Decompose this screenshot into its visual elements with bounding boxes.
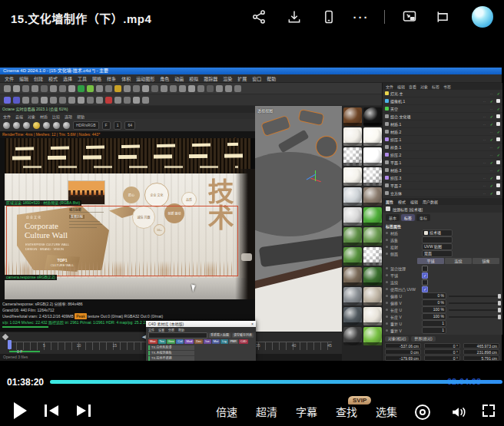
object-type-icon [385,137,389,141]
checkbox [422,279,428,286]
toolbar-icon [225,85,232,92]
category-chip: Max [148,339,158,344]
attr-check-row: 使用凹凸 UVW ✓ [383,286,502,292]
render-region-selection [6,206,238,276]
object-row: 摄像机.1 ·· ✓ [383,97,502,105]
play-button[interactable] [14,402,27,419]
c4d-menu-item: 窗口 [252,75,261,82]
send-to-phone-icon[interactable] [320,8,337,25]
max-samples-field: 64 [124,121,135,130]
attr-check-row: 连续 [383,279,502,286]
toolbar-icon [105,97,112,104]
octane-menu-item: 对象 [28,114,35,119]
asset-window-titlebar: C4D 素材库 (本地版) × [146,321,256,327]
toolbar-icon [78,85,85,92]
asset-menu-item: 分类 [168,328,174,332]
mini-window-icon[interactable] [435,8,452,25]
object-row: 天空 ·· ✓ [383,105,502,113]
attr-number-row: 重复 U 1 [383,320,502,327]
toolbar-icon [133,85,140,92]
object-name: 立方体 [390,190,482,196]
share-icon[interactable] [250,8,267,25]
object-name: 挤压.1 [390,137,482,142]
object-type-icon [385,183,389,187]
picture-in-picture-icon[interactable] [401,8,418,25]
coordinate-field: 0 ° [424,355,460,361]
toolbar-icon [161,85,167,92]
toolbar-icon [188,85,195,92]
object-name: 挤压.3 [390,175,482,180]
texture-tag-chip [496,160,500,164]
attr-row-selection: 选集 [383,236,502,243]
attribute-object-name: 纹理标签 [技术墙] [383,205,502,213]
octane-tool-icon [3,122,10,129]
quality-button[interactable]: 超清 [256,404,277,419]
asset-list-item: TX-拉丝不锈钢 [148,356,194,361]
wall-circle: 企业 文化 [144,183,169,207]
c4d-menu-item: 文件 [5,75,14,82]
video-title: 15.文化墙制作（下）.mp4 [11,10,151,26]
c4d-menu-item: 编辑 [19,75,28,82]
download-icon[interactable] [286,8,303,25]
asset-search-row: 重新载入贴图 清空缓存列表 [146,332,256,338]
texture-tag-chip [496,183,500,187]
c4d-menu-item: 跟踪器 [204,75,217,82]
progress-bar[interactable] [50,380,502,384]
c4d-menu-item: 模拟 [189,75,198,82]
toolbar-icon [197,85,204,92]
object-name: 材质.1 [390,121,482,127]
material-thumbnail [363,207,382,226]
object-type-icon [385,176,389,180]
object-row: 挤压.2 ·· ✓ [383,151,502,159]
photo-skyline [68,190,104,196]
speed-button[interactable]: 倍速 [216,404,237,419]
toolbar-icon [32,85,38,92]
material-thumbnail [343,187,362,206]
layer-dots: ·· [490,130,496,134]
object-type-icon [385,191,389,195]
fullscreen-icon[interactable] [482,405,495,417]
octane-tool-icon [13,122,20,129]
user-avatar[interactable] [472,6,493,28]
texture-tag-chip [496,137,500,141]
asset-menu-item: 文件 [148,328,154,332]
object-name: 样条.1 [390,144,489,150]
octane-live-viewer: Octane 实时查看器 2023.1 (负载 61%) 文件云端对象材质比较选… [0,106,256,332]
asset-list-item: TX-白色乳胶漆 [148,345,194,350]
model-shape-selected [299,110,323,125]
previous-button[interactable] [45,404,60,418]
screen-record-icon[interactable] [415,405,430,420]
episodes-button[interactable]: 选集 [376,404,397,419]
frame-tick: 5 [43,343,45,351]
object-tree: 灯光.主 ·· ✓ 摄像机.1 ·· ✓ 天空 ·· ✓ [383,90,502,197]
timeline-playhead [8,340,12,349]
number-rows: 重复 U 1 重复 V 1 [383,320,502,334]
coordinate-field: 231.898 cm [463,349,499,355]
object-type-icon [385,99,389,103]
video-surface[interactable]: Cinema 4D 2024.1.0 - [15-文化墙-技术.c4d *] -… [0,38,504,376]
number-value: 1 [422,327,446,334]
object-manager-menu-item: 文件 [386,84,393,89]
c4d-viewport: 透视视图 [255,106,342,332]
toolbar-icon [207,85,214,92]
texture-tag-chip [496,99,500,103]
svip-badge: SVIP [348,396,371,405]
next-button[interactable] [75,404,91,418]
segment-button: 连续 [445,258,472,264]
object-row: 材质.2 ·· ✓ [383,128,502,136]
more-icon[interactable]: ··· [353,8,370,25]
object-name: 灯光.主 [390,91,489,96]
top-bar-divider [384,10,385,24]
checkbox: ✓ [422,286,428,292]
subtitles-button[interactable]: 字幕 [296,404,317,419]
object-name: 组合.文化墙 [390,114,482,119]
find-button[interactable]: 查找 [336,404,357,419]
model-shape-selected [261,116,290,136]
frame-tick: 35 [256,343,260,351]
material-thumbnail [363,167,382,186]
c4d-menu-item: 选择 [63,75,72,82]
check-rows: 混合纹理 平铺 ✓ 连续 使用凹凸 UVW ✓ [383,265,502,292]
toolbar-icon [142,97,149,104]
volume-icon[interactable] [450,404,467,424]
octane-tool-icon [43,122,50,129]
